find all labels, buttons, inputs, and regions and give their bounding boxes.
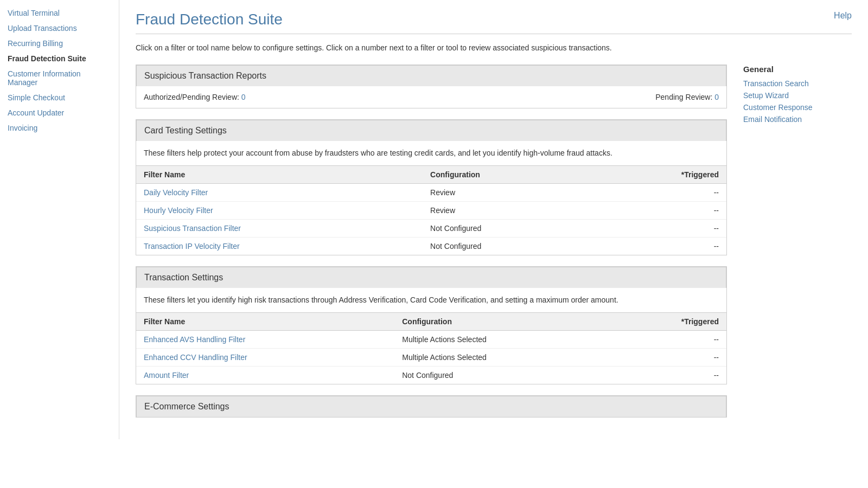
table-row: Daily Velocity Filter Review -- <box>136 184 726 202</box>
config-cell: Review <box>423 184 592 202</box>
filter-name-cell: Transaction IP Velocity Filter <box>136 237 423 255</box>
suspicious-reports-section: Suspicious Transaction Reports Authorize… <box>136 65 727 108</box>
right-panel-setup-wizard[interactable]: Setup Wizard <box>743 91 852 100</box>
table-row: Transaction IP Velocity Filter Not Confi… <box>136 237 726 255</box>
filter-link[interactable]: Transaction IP Velocity Filter <box>144 242 240 251</box>
title-divider <box>136 34 852 34</box>
transaction-settings-table: Filter Name Configuration *Triggered Enh… <box>136 313 726 384</box>
table-row: Enhanced CCV Handling Filter Multiple Ac… <box>136 349 726 367</box>
card-testing-desc: These filters help protect your account … <box>136 141 726 166</box>
filter-name-cell: Enhanced CCV Handling Filter <box>136 349 394 367</box>
transaction-settings-table-header: Filter Name Configuration *Triggered <box>136 313 726 331</box>
suspicious-reports-body: Authorized/Pending Review: 0 Pending Rev… <box>136 86 726 108</box>
filter-link[interactable]: Enhanced CCV Handling Filter <box>144 353 247 362</box>
transaction-settings-desc: These filters let you identify high risk… <box>136 288 726 313</box>
filter-link[interactable]: Daily Velocity Filter <box>144 188 208 197</box>
right-panel-email-notification[interactable]: Email Notification <box>743 115 852 124</box>
filter-name-cell: Amount Filter <box>136 367 394 384</box>
col-triggered: *Triggered <box>592 166 726 184</box>
ecommerce-settings-header: E-Commerce Settings <box>136 396 726 417</box>
filter-name-cell: Enhanced AVS Handling Filter <box>136 331 394 349</box>
col-configuration: Configuration <box>423 166 592 184</box>
intro-text: Click on a filter or tool name below to … <box>136 42 852 54</box>
suspicious-reports-header: Suspicious Transaction Reports <box>136 65 726 86</box>
card-testing-header: Card Testing Settings <box>136 120 726 141</box>
config-cell: Review <box>423 202 592 220</box>
pending-review-label: Pending Review: 0 <box>655 93 719 101</box>
right-panel-transaction-search[interactable]: Transaction Search <box>743 79 852 88</box>
sidebar-item-invoicing[interactable]: Invoicing <box>0 120 119 136</box>
table-row: Suspicious Transaction Filter Not Config… <box>136 220 726 237</box>
help-link[interactable]: Help <box>834 11 852 21</box>
col-triggered-2: *Triggered <box>611 313 726 331</box>
triggered-cell: -- <box>611 331 726 349</box>
filter-link[interactable]: Enhanced AVS Handling Filter <box>144 335 245 344</box>
config-cell: Multiple Actions Selected <box>394 349 611 367</box>
sidebar-item-simple-checkout[interactable]: Simple Checkout <box>0 90 119 105</box>
page-title: Fraud Detection Suite <box>136 11 852 28</box>
sidebar: Virtual Terminal Upload Transactions Rec… <box>0 0 119 439</box>
transaction-settings-section: Transaction Settings These filters let y… <box>136 266 727 384</box>
sidebar-item-fraud-detection-suite[interactable]: Fraud Detection Suite <box>0 51 119 66</box>
card-testing-tbody: Daily Velocity Filter Review -- Hourly V… <box>136 184 726 255</box>
sidebar-item-customer-information-manager[interactable]: Customer Information Manager <box>0 66 119 90</box>
triggered-cell: -- <box>592 237 726 255</box>
right-panel: General Transaction Search Setup Wizard … <box>743 65 852 428</box>
pending-review-value[interactable]: 0 <box>714 93 719 101</box>
table-row: Amount Filter Not Configured -- <box>136 367 726 384</box>
ecommerce-settings-section: E-Commerce Settings <box>136 395 727 418</box>
config-cell: Not Configured <box>394 367 611 384</box>
content-area: Suspicious Transaction Reports Authorize… <box>136 65 852 428</box>
authorized-pending-value[interactable]: 0 <box>241 93 246 101</box>
filter-name-cell: Suspicious Transaction Filter <box>136 220 423 237</box>
col-filter-name-2: Filter Name <box>136 313 394 331</box>
main-content: Fraud Detection Suite Click on a filter … <box>119 0 868 439</box>
triggered-cell: -- <box>592 202 726 220</box>
col-filter-name: Filter Name <box>136 166 423 184</box>
right-panel-customer-response[interactable]: Customer Response <box>743 103 852 112</box>
card-testing-table-header: Filter Name Configuration *Triggered <box>136 166 726 184</box>
card-testing-table: Filter Name Configuration *Triggered Dai… <box>136 166 726 255</box>
sidebar-item-upload-transactions[interactable]: Upload Transactions <box>0 21 119 36</box>
filter-link[interactable]: Suspicious Transaction Filter <box>144 224 241 233</box>
col-configuration-2: Configuration <box>394 313 611 331</box>
sidebar-item-account-updater[interactable]: Account Updater <box>0 105 119 120</box>
sidebar-item-recurring-billing[interactable]: Recurring Billing <box>0 36 119 51</box>
content-main: Suspicious Transaction Reports Authorize… <box>136 65 727 428</box>
triggered-cell: -- <box>592 220 726 237</box>
filter-link[interactable]: Amount Filter <box>144 371 189 380</box>
table-row: Enhanced AVS Handling Filter Multiple Ac… <box>136 331 726 349</box>
transaction-settings-header: Transaction Settings <box>136 267 726 288</box>
triggered-cell: -- <box>611 367 726 384</box>
sidebar-item-virtual-terminal[interactable]: Virtual Terminal <box>0 5 119 21</box>
config-cell: Multiple Actions Selected <box>394 331 611 349</box>
table-row: Hourly Velocity Filter Review -- <box>136 202 726 220</box>
filter-link[interactable]: Hourly Velocity Filter <box>144 206 213 215</box>
config-cell: Not Configured <box>423 237 592 255</box>
config-cell: Not Configured <box>423 220 592 237</box>
authorized-pending-label: Authorized/Pending Review: 0 <box>144 93 246 101</box>
triggered-cell: -- <box>611 349 726 367</box>
filter-name-cell: Daily Velocity Filter <box>136 184 423 202</box>
transaction-settings-tbody: Enhanced AVS Handling Filter Multiple Ac… <box>136 331 726 384</box>
filter-name-cell: Hourly Velocity Filter <box>136 202 423 220</box>
right-panel-title: General <box>743 65 852 74</box>
card-testing-section: Card Testing Settings These filters help… <box>136 119 727 255</box>
triggered-cell: -- <box>592 184 726 202</box>
